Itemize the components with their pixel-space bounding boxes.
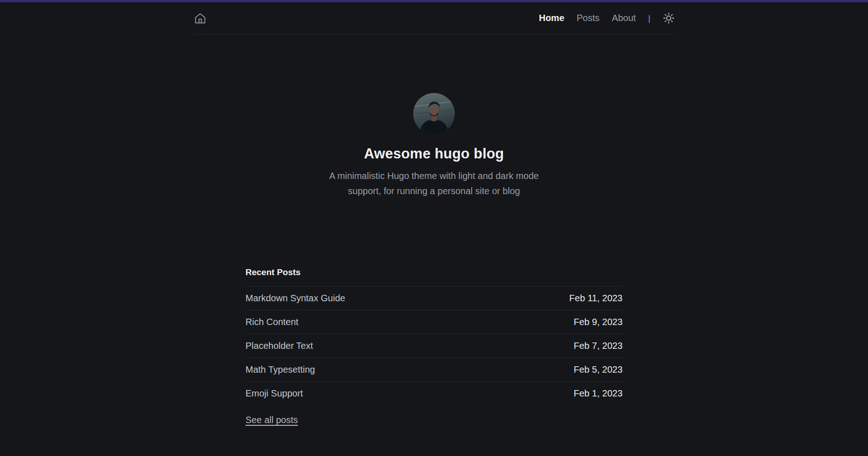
- home-icon-link[interactable]: [194, 12, 206, 25]
- see-all-posts-link[interactable]: See all posts: [246, 415, 298, 425]
- post-link[interactable]: Emoji Support: [246, 388, 303, 399]
- post-link[interactable]: Rich Content: [246, 317, 299, 327]
- avatar: [413, 93, 455, 135]
- site-header: Home Posts About |: [0, 2, 868, 34]
- nav-item-home[interactable]: Home: [539, 13, 565, 23]
- site-title: Awesome hugo blog: [0, 146, 868, 162]
- post-link[interactable]: Math Typesetting: [246, 364, 315, 375]
- post-list: Markdown Syntax Guide Feb 11, 2023 Rich …: [246, 286, 623, 405]
- recent-posts-section: Recent Posts Markdown Syntax Guide Feb 1…: [246, 267, 623, 425]
- hero-section: Awesome hugo blog A minimalistic Hugo th…: [0, 93, 868, 199]
- post-row: Rich Content Feb 9, 2023: [246, 310, 623, 334]
- post-date: Feb 11, 2023: [569, 293, 622, 304]
- main-nav: Home Posts About |: [539, 12, 674, 24]
- post-row: Markdown Syntax Guide Feb 11, 2023: [246, 286, 623, 310]
- post-date: Feb 9, 2023: [574, 317, 623, 327]
- recent-posts-heading: Recent Posts: [246, 267, 623, 277]
- home-icon: [194, 12, 206, 25]
- post-date: Feb 5, 2023: [574, 364, 623, 375]
- site-subtitle: A minimalistic Hugo theme with light and…: [322, 168, 546, 199]
- sun-icon: [663, 12, 674, 24]
- post-link[interactable]: Placeholder Text: [246, 341, 313, 351]
- nav-separator: |: [648, 13, 651, 23]
- post-row: Placeholder Text Feb 7, 2023: [246, 334, 623, 358]
- post-date: Feb 1, 2023: [574, 388, 623, 399]
- post-row: Emoji Support Feb 1, 2023: [246, 381, 623, 405]
- post-link[interactable]: Markdown Syntax Guide: [246, 293, 345, 304]
- post-date: Feb 7, 2023: [574, 341, 623, 351]
- nav-item-posts[interactable]: Posts: [577, 13, 599, 23]
- post-row: Math Typesetting Feb 5, 2023: [246, 358, 623, 381]
- nav-item-about[interactable]: About: [612, 13, 636, 23]
- theme-toggle-button[interactable]: [663, 12, 674, 24]
